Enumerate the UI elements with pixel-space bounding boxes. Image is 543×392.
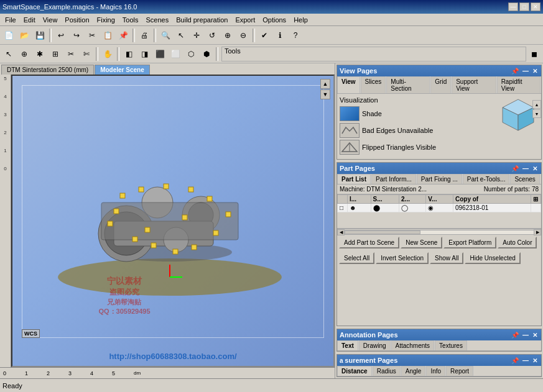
- hand-btn[interactable]: ✋: [100, 47, 115, 62]
- redo-btn[interactable]: ↪: [69, 28, 84, 43]
- print-btn[interactable]: 🖨: [137, 28, 152, 43]
- tab-support-view[interactable]: Support View: [452, 76, 496, 93]
- 3d-viewport[interactable]: ▲ ▼ WCS 宁以素材 盗图必究 兄弟帮淘贴 QQ：305929495 htt…: [11, 75, 335, 367]
- tab-part-etools[interactable]: Part e-Tools...: [463, 174, 510, 184]
- parts-scrollbar-h[interactable]: ◀ ▶: [337, 229, 541, 235]
- zoom-btn[interactable]: 🔍: [158, 28, 173, 43]
- view-pages-pin[interactable]: 📌: [510, 68, 520, 75]
- menu-tools[interactable]: Tools: [119, 15, 142, 25]
- view-pages-close[interactable]: ✕: [531, 68, 539, 75]
- menu-file[interactable]: File: [1, 15, 20, 25]
- tab-part-fixing[interactable]: Part Fixing ...: [417, 174, 462, 184]
- auto-color-btn[interactable]: Auto Color: [498, 237, 537, 248]
- tab-radius[interactable]: Radius: [373, 366, 401, 376]
- check-btn[interactable]: ✔: [257, 28, 272, 43]
- table-row[interactable]: □ ☻ ⬤ ◯ ◉ 0962318-01: [338, 204, 541, 212]
- menu-scenes[interactable]: Scenes: [142, 15, 173, 25]
- close-button[interactable]: ✕: [531, 2, 541, 11]
- new-scene-btn[interactable]: New Scene: [401, 237, 442, 248]
- view-pages-minimize[interactable]: —: [521, 68, 530, 75]
- tab-textures[interactable]: Textures: [435, 340, 467, 350]
- move2-btn[interactable]: ⊕: [17, 47, 32, 62]
- 3d1-btn[interactable]: ◧: [121, 47, 136, 62]
- menu-view[interactable]: View: [39, 15, 62, 25]
- tab-info[interactable]: Info: [426, 366, 445, 376]
- rotate-btn[interactable]: ↺: [205, 28, 220, 43]
- select-btn[interactable]: ↖: [174, 28, 188, 43]
- copy-btn[interactable]: 📋: [100, 28, 115, 43]
- cube-up-btn[interactable]: ▲: [532, 100, 541, 109]
- menu-edit[interactable]: Edit: [20, 15, 39, 25]
- maximize-button[interactable]: □: [519, 2, 529, 11]
- export-platform-btn[interactable]: Export Platform: [443, 237, 496, 248]
- tab-scenes[interactable]: Scenes: [510, 174, 539, 184]
- info-btn[interactable]: ℹ: [272, 28, 287, 43]
- tab-drawing[interactable]: Drawing: [359, 340, 391, 350]
- select-all-btn[interactable]: Select All: [339, 252, 374, 264]
- nav-up[interactable]: ▲: [320, 79, 330, 89]
- menu-position[interactable]: Position: [61, 15, 93, 25]
- menu-export[interactable]: Export: [231, 15, 259, 25]
- move-btn[interactable]: ✛: [189, 28, 204, 43]
- tool3-btn[interactable]: ✱: [32, 47, 47, 62]
- invert-selection-btn[interactable]: Invert Selection: [376, 252, 429, 264]
- scroll-left-btn[interactable]: ◀: [337, 229, 345, 235]
- menu-fixing[interactable]: Fixing: [93, 15, 119, 25]
- new-btn[interactable]: 📄: [1, 28, 16, 43]
- open-btn[interactable]: 📂: [17, 28, 32, 43]
- 3d3-btn[interactable]: ⬛: [152, 47, 167, 62]
- sep4: [253, 29, 255, 42]
- tab-grid[interactable]: Grid: [430, 76, 451, 93]
- tab-part-list[interactable]: Part List: [337, 174, 371, 184]
- menu-help[interactable]: Help: [290, 15, 312, 25]
- tab-report[interactable]: Report: [446, 366, 473, 376]
- 3d5-btn[interactable]: ⬡: [183, 47, 198, 62]
- cut-btn[interactable]: ✂: [85, 28, 100, 43]
- 3d6-btn[interactable]: ⬢: [199, 47, 214, 62]
- measurement-close[interactable]: ✕: [531, 357, 539, 364]
- part-pages-pin[interactable]: 📌: [510, 165, 520, 172]
- hide-unselected-btn[interactable]: Hide Unselected: [465, 252, 520, 264]
- 3d2-btn[interactable]: ◨: [137, 47, 152, 62]
- save-btn[interactable]: 💾: [32, 28, 47, 43]
- tab-rapidfit[interactable]: Rapidfit View: [497, 76, 541, 93]
- tab-multi-section[interactable]: Multi-Section: [386, 76, 430, 93]
- zoom2-btn[interactable]: ⊕: [220, 28, 235, 43]
- scroll-right-btn[interactable]: ▶: [534, 229, 541, 235]
- tab-view[interactable]: View: [337, 76, 360, 93]
- annotation-close[interactable]: ✕: [531, 332, 539, 339]
- tab-part-inform[interactable]: Part Inform...: [371, 174, 416, 184]
- tab-angle[interactable]: Angle: [401, 366, 426, 376]
- measurement-minimize[interactable]: —: [521, 357, 530, 364]
- tool5-btn[interactable]: ✂: [63, 47, 78, 62]
- part-pages-minimize[interactable]: —: [521, 165, 530, 172]
- tab-dtm[interactable]: DTM Sinterstation 2500 (mm): [1, 65, 94, 75]
- menu-build[interactable]: Build preparation: [172, 15, 231, 25]
- cube-down-btn[interactable]: ▼: [532, 109, 541, 118]
- tab-text[interactable]: Text: [337, 340, 358, 350]
- measurement-pin[interactable]: 📌: [510, 357, 520, 364]
- show-all-btn[interactable]: Show All: [430, 252, 463, 264]
- 3d-cube-btn[interactable]: ◼: [527, 47, 542, 62]
- bad-edges-icon: [340, 123, 360, 138]
- tab-attachments[interactable]: Attachments: [391, 340, 435, 350]
- select2-btn[interactable]: ↖: [1, 47, 16, 62]
- zoomout-btn[interactable]: ⊖: [236, 28, 251, 43]
- undo-btn[interactable]: ↩: [53, 28, 68, 43]
- tab-modeler[interactable]: Modeler Scene: [95, 65, 150, 75]
- annotation-pin[interactable]: 📌: [510, 332, 520, 339]
- tab-distance[interactable]: Distance: [337, 366, 372, 376]
- minimize-button[interactable]: —: [508, 2, 518, 11]
- part-pages-close[interactable]: ✕: [531, 165, 539, 172]
- annotation-minimize[interactable]: —: [521, 332, 530, 339]
- 3d4-btn[interactable]: ⬜: [168, 47, 183, 62]
- tool4-btn[interactable]: ⊞: [48, 47, 63, 62]
- paste-btn[interactable]: 📌: [116, 28, 131, 43]
- menu-options[interactable]: Options: [259, 15, 290, 25]
- help-btn[interactable]: ?: [288, 28, 303, 43]
- scroll-thumb-h[interactable]: [345, 230, 420, 234]
- tab-slices[interactable]: Slices: [361, 76, 386, 93]
- nav-down[interactable]: ▼: [320, 89, 330, 99]
- tool6-btn[interactable]: ✄: [79, 47, 94, 62]
- add-part-btn[interactable]: Add Part to Scene: [339, 237, 399, 248]
